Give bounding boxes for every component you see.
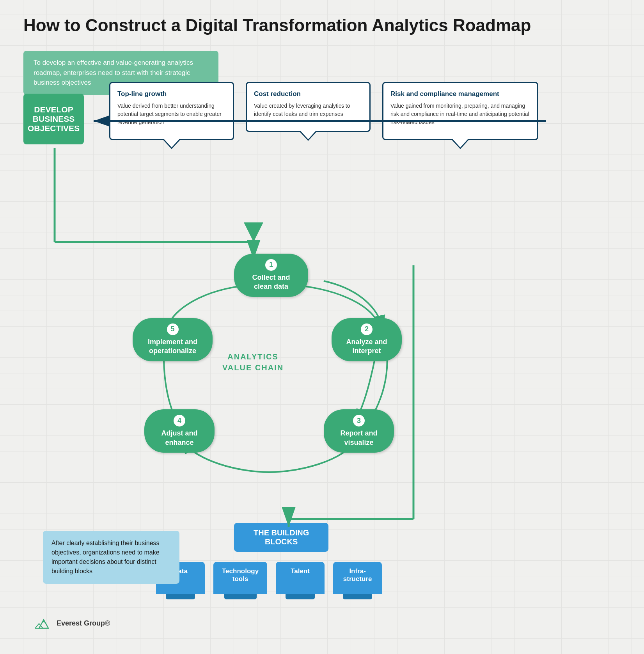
- footer-registered: ®: [105, 619, 110, 627]
- block-talent-label: Talent: [291, 567, 310, 575]
- card-top-line-growth: Top-line growth Value derived from bette…: [109, 82, 234, 140]
- footer: Everest Group®: [35, 617, 110, 630]
- footer-brand-name: Everest Group: [57, 619, 105, 627]
- develop-box: DEVELOP BUSINESS OBJECTIVES: [23, 94, 84, 144]
- cycle-node-5: 5 Implement andoperationalize: [133, 318, 213, 361]
- analytics-label-line2: VALUE CHAIN: [222, 363, 284, 372]
- card-2-text: Value created by leveraging analytics to…: [254, 102, 362, 118]
- block-technology-tools: Technologytools: [213, 562, 267, 594]
- analytics-label-line1: ANALYTICS: [227, 352, 279, 361]
- card-cost-reduction: Cost reduction Value created by leveragi…: [246, 82, 371, 132]
- block-talent: Talent: [276, 562, 325, 594]
- building-title-line1: THE BUILDING: [254, 528, 309, 537]
- abs-container: How to Construct a Digital Transformatio…: [23, 16, 628, 631]
- content-area: How to Construct a Digital Transformatio…: [23, 16, 621, 631]
- card-2-title: Cost reduction: [254, 90, 362, 98]
- node-3-num: 3: [353, 415, 365, 427]
- analytics-label: ANALYTICS VALUE CHAIN: [222, 351, 284, 373]
- everest-logo-icon: [35, 617, 53, 630]
- node-2-num: 2: [361, 323, 373, 335]
- card-box-1: Top-line growth Value derived from bette…: [109, 82, 234, 140]
- bottom-note-box: After clearly establishing their busines…: [43, 531, 179, 584]
- cycle-node-3: 3 Report andvisualize: [324, 409, 394, 453]
- card-3-title: Risk and compliance management: [390, 90, 530, 98]
- card-3-chevron: [451, 139, 470, 149]
- card-3-text: Value gained from monitoring, preparing,…: [390, 102, 530, 126]
- card-1-title: Top-line growth: [117, 90, 226, 98]
- analytics-cycle: 1 Collect andclean data 2 Analyze andint…: [133, 250, 406, 492]
- building-title-line2: BLOCKS: [265, 537, 298, 546]
- node-4-label: Adjust andenhance: [161, 429, 198, 447]
- block-infrastructure: Infra-structure: [333, 562, 382, 594]
- node-1-num: 1: [265, 259, 277, 271]
- card-risk-compliance: Risk and compliance management Value gai…: [382, 82, 538, 140]
- cycle-node-4: 4 Adjust andenhance: [144, 409, 215, 453]
- card-box-2: Cost reduction Value created by leveragi…: [246, 82, 371, 132]
- cycle-node-1: 1 Collect andclean data: [234, 254, 308, 297]
- card-1-chevron: [162, 139, 181, 149]
- node-5-label: Implement andoperationalize: [148, 338, 197, 356]
- node-5-num: 5: [167, 323, 179, 335]
- bottom-note-text: After clearly establishing their busines…: [51, 540, 160, 574]
- building-blocks-title: THE BUILDING BLOCKS: [234, 523, 328, 552]
- card-box-3: Risk and compliance management Value gai…: [382, 82, 538, 140]
- node-2-label: Analyze andinterpret: [346, 338, 387, 356]
- node-4-num: 4: [174, 415, 185, 427]
- page-title: How to Construct a Digital Transformatio…: [23, 16, 531, 35]
- cycle-node-2: 2 Analyze andinterpret: [332, 318, 402, 361]
- node-3-label: Report andvisualize: [340, 429, 377, 447]
- footer-brand-text: Everest Group®: [57, 619, 110, 627]
- main-container: How to Construct a Digital Transformatio…: [0, 0, 644, 654]
- svg-marker-12: [41, 620, 46, 624]
- develop-label: DEVELOP BUSINESS OBJECTIVES: [28, 105, 80, 133]
- building-blocks-row: Data Technologytools Talent Infra-struct…: [156, 562, 382, 594]
- node-1-label: Collect andclean data: [252, 273, 290, 291]
- card-1-text: Value derived from better understanding …: [117, 102, 226, 126]
- card-2-chevron: [299, 131, 318, 141]
